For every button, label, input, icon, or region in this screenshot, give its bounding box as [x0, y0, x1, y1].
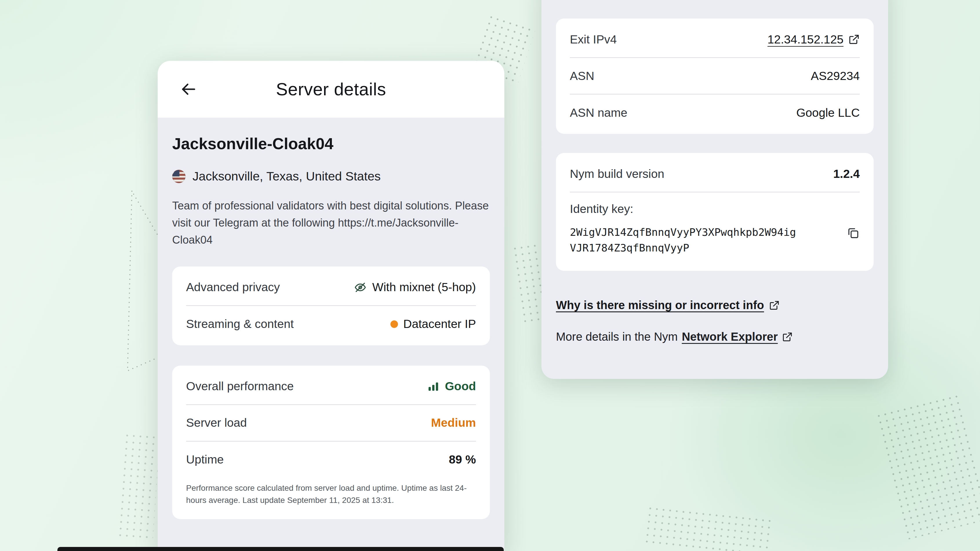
network-explorer-link[interactable]: Network Explorer	[682, 330, 778, 343]
exit-ip-link[interactable]: 12.34.152.125	[768, 33, 860, 46]
asn-name-value: Google LLC	[796, 106, 860, 120]
copy-icon	[846, 226, 860, 240]
advanced-privacy-value: With mixnet (5-hop)	[372, 280, 476, 294]
back-button[interactable]	[177, 78, 200, 101]
row-label: ASN name	[570, 106, 627, 120]
identity-key-label: Identity key:	[570, 202, 860, 216]
row-label: ASN	[570, 69, 594, 83]
server-details-panel: Server details Jacksonville-Cloak04 Jack…	[158, 61, 504, 551]
identity-key-value: 2WigVJR14ZqfBnnqVyyPY3XPwqhkpb2W94igVJR1…	[570, 224, 799, 256]
network-card: Exit IPv4 12.34.152.125 ASN AS29234 ASN …	[556, 19, 873, 134]
row-label: Exit IPv4	[570, 33, 617, 46]
background-dots	[875, 393, 980, 540]
server-name: Jacksonville-Cloak04	[172, 134, 490, 153]
overall-performance-value: Good	[445, 380, 476, 393]
location-text: Jacksonville, Texas, United States	[192, 169, 380, 183]
asn-row: ASN AS29234	[570, 58, 860, 94]
background-dots	[116, 432, 160, 541]
page-title: Server details	[276, 79, 386, 99]
asn-value: AS29234	[811, 69, 860, 83]
asn-name-row: ASN name Google LLC	[570, 94, 860, 131]
build-version-value: 1.2.4	[833, 167, 860, 181]
row-label: Server load	[186, 416, 247, 430]
overall-performance-row: Overall performance Good	[186, 368, 476, 405]
server-location: Jacksonville, Texas, United States	[172, 169, 490, 183]
uptime-row: Uptime 89 %	[186, 441, 476, 478]
performance-bars-icon	[427, 380, 440, 393]
copy-button[interactable]	[846, 226, 860, 240]
streaming-content-row: Streaming & content Datacenter IP	[186, 306, 476, 342]
missing-info-label: Why is there missing or incorrect info	[556, 299, 764, 312]
performance-card: Overall performance Good Server load Med…	[172, 365, 490, 519]
exit-ipv4-row: Exit IPv4 12.34.152.125	[570, 21, 860, 58]
background-dots	[643, 505, 774, 551]
row-label: Streaming & content	[186, 317, 294, 331]
row-value: With mixnet (5-hop)	[354, 280, 476, 294]
us-flag-icon	[172, 170, 186, 183]
more-details-text: More details in the Nym Network Explorer	[556, 330, 873, 343]
bottom-dark-panel	[57, 547, 504, 551]
exit-ip-value: 12.34.152.125	[768, 33, 843, 46]
row-label: Advanced privacy	[186, 280, 280, 294]
server-description: Team of professional validators with bes…	[172, 197, 490, 249]
server-load-value: Medium	[431, 416, 476, 430]
build-card: Nym build version 1.2.4 Identity key: 2W…	[556, 153, 873, 271]
server-details-body: Jacksonville-Cloak04 Jacksonville, Texas…	[158, 118, 504, 519]
external-link-icon	[769, 300, 780, 311]
missing-info-link[interactable]: Why is there missing or incorrect info	[556, 299, 780, 312]
row-label: Overall performance	[186, 380, 294, 393]
identity-key-block: 2WigVJR14ZqfBnnqVyyPY3XPwqhkpb2W94igVJR1…	[570, 224, 860, 256]
uptime-value: 89 %	[449, 453, 476, 467]
server-details-header: Server details	[158, 61, 504, 118]
privacy-card: Advanced privacy With mixnet (5-hop) Str…	[172, 267, 490, 345]
more-details-prefix: More details in the Nym	[556, 330, 678, 343]
streaming-content-value: Datacenter IP	[403, 317, 476, 331]
external-link-icon	[782, 332, 793, 342]
back-arrow-icon	[180, 80, 197, 98]
server-network-panel: Exit IPv4 12.34.152.125 ASN AS29234 ASN …	[541, 0, 888, 379]
row-label: Uptime	[186, 453, 224, 467]
orange-dot-icon	[390, 321, 398, 328]
server-load-row: Server load Medium	[186, 405, 476, 441]
eye-off-icon	[354, 281, 367, 294]
nym-build-version-row: Nym build version 1.2.4	[570, 156, 860, 192]
row-label: Nym build version	[570, 167, 664, 181]
performance-footnote: Performance score calculated from server…	[186, 478, 476, 516]
row-value: Datacenter IP	[390, 317, 476, 331]
row-value: Good	[427, 380, 476, 393]
advanced-privacy-row: Advanced privacy With mixnet (5-hop)	[186, 270, 476, 306]
external-link-icon	[848, 33, 860, 45]
